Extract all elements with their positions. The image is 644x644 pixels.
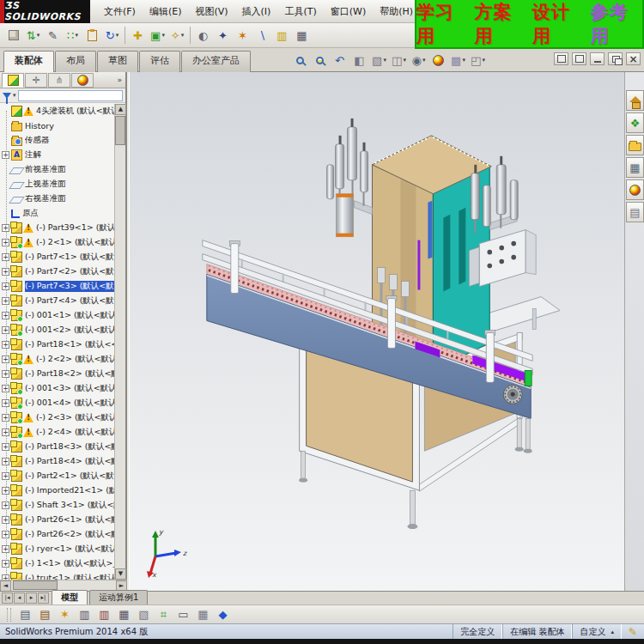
tree-item[interactable]: 上视基准面 — [0, 177, 114, 191]
smart-fasteners-button[interactable]: ✚ — [128, 26, 148, 45]
explode-line-sketch-button[interactable]: ∖ — [252, 26, 272, 45]
mate-button[interactable]: ✎ — [43, 26, 63, 45]
status-cell-3[interactable]: 自定义▴ — [572, 624, 622, 639]
menu-item-4[interactable]: 插入(I) — [235, 3, 278, 21]
expander[interactable] — [2, 458, 9, 465]
tree-item[interactable]: (-) Part7<1> (默认<默认 — [0, 250, 114, 264]
scroll-down-button[interactable]: ▼ — [115, 568, 126, 580]
hide-show-items-button[interactable]: ◉▾ — [409, 51, 428, 70]
expander[interactable] — [2, 414, 9, 422]
bottom-icon-3-button[interactable]: ✶ — [55, 605, 75, 624]
view-settings-button[interactable]: ◰▾ — [468, 51, 488, 70]
tree-item[interactable]: (-) 2<1> (默认<默认_ — [0, 235, 114, 250]
bottom-icon-7-button[interactable]: ▧ — [134, 605, 154, 624]
menu-item-2[interactable]: 编辑(E) — [143, 3, 189, 21]
tab-运动算例1[interactable]: 运动算例1 — [89, 590, 148, 605]
custom-properties-button[interactable]: ▤ — [626, 202, 644, 222]
tree-item[interactable]: (-) Part7<3> (默认<默 — [0, 279, 114, 294]
scroll-up-button[interactable]: ▲ — [115, 104, 126, 115]
expander[interactable] — [2, 545, 9, 553]
view-palette-button[interactable]: ▦ — [626, 157, 644, 178]
tree-item[interactable]: 注解 — [0, 148, 114, 162]
propertymanager-tab[interactable]: ✛ — [25, 73, 47, 88]
expander[interactable] — [2, 428, 9, 436]
scroll-thumb[interactable] — [115, 116, 125, 145]
expander[interactable] — [2, 355, 9, 363]
model-nozzles-left[interactable] — [327, 118, 373, 237]
solidworks-resources-button[interactable] — [626, 90, 644, 111]
bottom-icon-6-button[interactable]: ▦ — [114, 605, 134, 624]
menu-item-5[interactable]: 工具(T) — [277, 3, 323, 21]
file-explorer-button[interactable] — [626, 135, 644, 155]
design-library-button[interactable]: ❖ — [626, 112, 644, 133]
display-style-button[interactable]: ◫▾ — [389, 51, 409, 70]
restore-window-button[interactable] — [608, 52, 623, 65]
show-hidden-components-button[interactable]: ◐ — [193, 26, 213, 45]
expander[interactable] — [2, 326, 9, 334]
expander[interactable] — [2, 239, 9, 246]
move-component-button[interactable]: ▣▾ — [148, 26, 167, 45]
zoom-to-fit-button[interactable] — [290, 51, 310, 70]
scroll-thumb-horizontal[interactable] — [13, 580, 58, 590]
tab-nav-button-4[interactable]: ▸| — [38, 592, 49, 604]
component-swap-button[interactable]: ⇅▾ — [23, 26, 43, 45]
tree-item[interactable]: (-) Part7<2> (默认<默认 — [0, 264, 114, 279]
expander[interactable] — [2, 268, 9, 276]
tree-item[interactable]: (-) 001<1> (默认<默认_显 — [0, 308, 114, 323]
edit-appearance-button[interactable] — [428, 51, 448, 70]
tree-root-item[interactable]: 4头灌装机 (默认<默认_显 — [0, 104, 114, 118]
tree-item[interactable]: (-) Part39<1> (默认< — [0, 221, 114, 235]
cascade-document-button[interactable] — [554, 52, 568, 65]
previous-view-button[interactable]: ↶ — [330, 51, 349, 70]
reference-geometry-button[interactable]: ✧▾ — [167, 26, 187, 45]
expander[interactable] — [2, 370, 9, 378]
tab-nav-button-3[interactable]: ▸ — [26, 592, 37, 604]
graphics-viewport[interactable]: y z x — [129, 72, 624, 591]
panel-tabs-overflow-icon[interactable]: » — [117, 76, 122, 84]
model-4头灌装机[interactable] — [130, 72, 624, 590]
tab-布局[interactable]: 布局 — [55, 51, 96, 72]
tree-item[interactable]: History — [0, 118, 114, 133]
tree-filter-input[interactable] — [18, 90, 123, 101]
section-view-button[interactable]: ◧ — [349, 51, 369, 70]
filter-caret-icon[interactable]: ▾ — [13, 92, 16, 99]
expander[interactable] — [2, 472, 9, 480]
expander[interactable] — [2, 560, 9, 568]
tree-item[interactable]: 前视基准面 — [0, 162, 114, 177]
appearances-scenes-button[interactable] — [626, 179, 644, 200]
expander[interactable] — [2, 341, 9, 349]
close-window-button[interactable] — [626, 52, 641, 65]
tree-item[interactable]: (-) 2<3> (默认<默认_ — [0, 410, 114, 425]
tree-vertical-scrollbar[interactable]: ▲ ▼ — [114, 104, 125, 580]
assembly-features-button[interactable]: ✦ — [213, 26, 233, 45]
tab-nav-button-1[interactable]: |◂ — [2, 592, 13, 604]
bottom-icon-2-button[interactable]: ▤ — [35, 605, 55, 624]
expander[interactable] — [2, 443, 9, 451]
tree-item[interactable]: (-) Part18<3> (默认<默 — [0, 440, 114, 454]
expander[interactable] — [2, 531, 9, 538]
clipboard-button[interactable] — [82, 26, 102, 45]
tab-模型[interactable]: 模型 — [52, 590, 88, 605]
zoom-to-area-button[interactable] — [310, 51, 330, 70]
tree-item[interactable]: (-) Part7<4> (默认<默认 — [0, 294, 114, 308]
tree-item[interactable]: 右视基准面 — [0, 191, 114, 206]
bottom-icon-4-button[interactable]: ▥ — [75, 605, 94, 624]
tab-评估[interactable]: 评估 — [139, 51, 180, 72]
tree-item[interactable]: (-) 001<2> (默认<默认_显 — [0, 323, 114, 337]
tree-item[interactable]: (-) Part26<2> (默认<默 — [0, 527, 114, 542]
tree-item[interactable]: (-) Imported21<1> (默认 — [0, 483, 114, 498]
expander[interactable] — [2, 297, 9, 305]
linear-component-pattern-button[interactable]: ∷▾ — [63, 26, 82, 45]
menu-item-3[interactable]: 视图(V) — [188, 3, 234, 21]
bottom-icon-11-button[interactable]: ◆ — [213, 605, 233, 624]
tree-item[interactable]: (-) Part18<4> (默认<默 — [0, 454, 114, 469]
bottom-icon-9-button[interactable]: ▭ — [173, 605, 193, 624]
tree-item[interactable]: (-) Shaft 3<1> (默认<默 — [0, 498, 114, 513]
tree-item[interactable]: (-) Part18<1> (默认<<默 — [0, 337, 114, 352]
rotate-component-button[interactable]: ↻▾ — [102, 26, 122, 45]
tab-草图[interactable]: 草图 — [97, 51, 138, 72]
bottom-icon-5-button[interactable]: ▥ — [94, 605, 114, 624]
edit-pencil-icon[interactable]: ✎ — [622, 626, 644, 638]
expander[interactable] — [2, 487, 9, 495]
expander[interactable] — [2, 253, 9, 261]
